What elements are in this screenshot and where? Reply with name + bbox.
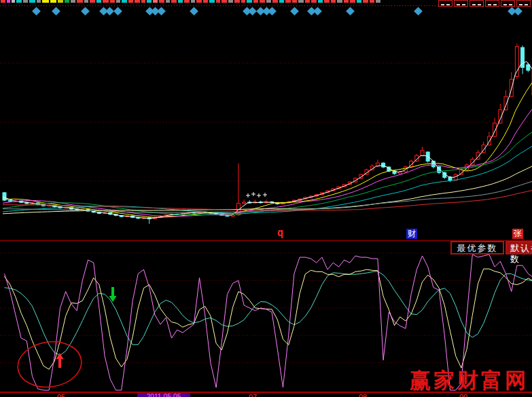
ma-line-13 [3, 109, 532, 216]
sell-arrow-icon [109, 296, 117, 302]
candle-body [421, 151, 424, 155]
candle-body [8, 200, 12, 202]
doji-cross-marker [263, 193, 267, 197]
ma-line-3 [3, 62, 532, 219]
badge-zhang[interactable]: 张 [512, 229, 523, 239]
optimal-params-button[interactable]: 最优参数 [450, 241, 504, 254]
doji-cross-marker [251, 192, 255, 196]
arrow-stem [111, 287, 114, 296]
annotation-q-label: q [277, 227, 283, 239]
ma-line-8 [3, 83, 532, 217]
toolbar-button[interactable] [485, 0, 499, 7]
badge-cai[interactable]: 财 [406, 229, 417, 239]
stock-chart-canvas [0, 0, 532, 397]
default-params-button[interactable]: 默认参数 [506, 241, 532, 254]
arrow-stem [58, 359, 61, 368]
toolbar-button[interactable] [438, 0, 453, 7]
axis-month-label: 08 [359, 393, 367, 397]
ma-line-120 [3, 191, 532, 210]
doji-cross-marker [257, 193, 261, 197]
trading-app-window: q 财 张 最优参数 默认参数 2011-05-05 05070809 赢家财富… [0, 0, 532, 397]
date-highlight-box: 2011-05-05 [137, 393, 190, 397]
candle-body [448, 178, 452, 181]
candle-body [515, 47, 518, 77]
toolbar-button[interactable] [469, 0, 484, 7]
watermark-text: 赢家财富网 [410, 366, 529, 395]
doji-cross-marker [246, 193, 250, 197]
candle-body [243, 202, 246, 204]
axis-month-label: 07 [249, 393, 257, 397]
toolbar-button[interactable] [501, 0, 515, 7]
axis-month-label: 05 [57, 393, 65, 397]
toolbar-button[interactable] [516, 0, 531, 7]
toolbar-button[interactable] [454, 0, 468, 7]
